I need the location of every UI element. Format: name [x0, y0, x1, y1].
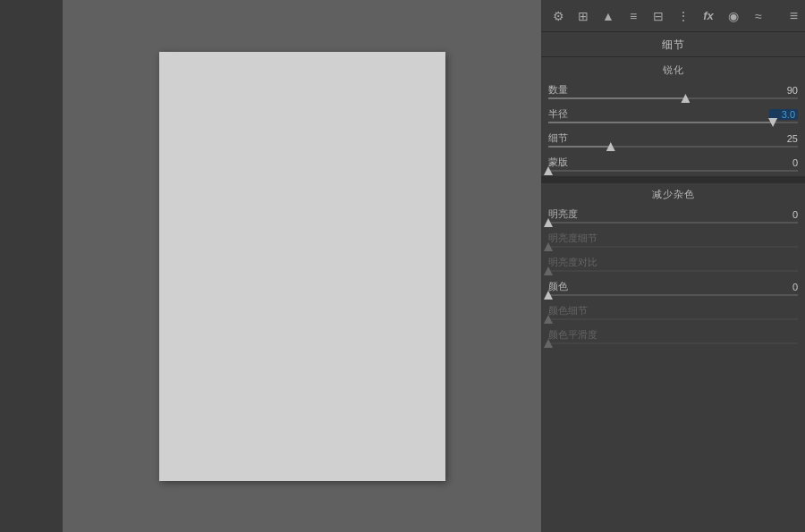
detail-label: 细节 — [548, 131, 769, 145]
sliders-icon[interactable]: ≈ — [749, 6, 768, 26]
color-track[interactable] — [548, 294, 798, 296]
section-gap — [541, 176, 805, 183]
luminance-detail-label: 明亮度细节 — [548, 232, 798, 245]
camera-icon[interactable]: ◉ — [724, 6, 743, 26]
color-smoothness-slider-row — [541, 342, 805, 349]
luminance-slider-row — [541, 221, 805, 228]
luminance-contrast-slider-row — [541, 269, 805, 276]
sharpness-amount-slider-row — [541, 97, 805, 104]
mountain-icon[interactable]: ▲ — [598, 6, 618, 26]
canvas-page — [159, 52, 445, 481]
histogram-icon[interactable]: ⋮ — [674, 6, 693, 26]
radius-value[interactable]: 3.0 — [769, 109, 798, 120]
left-sidebar — [0, 0, 63, 532]
luminance-detail-row: 明亮度细节 — [541, 228, 805, 245]
luminance-contrast-label: 明亮度对比 — [548, 256, 798, 269]
mask-track[interactable] — [548, 170, 798, 172]
radius-slider-row — [541, 121, 805, 128]
split-icon[interactable]: ⊟ — [648, 6, 668, 26]
radius-row: 半径 3.0 — [541, 104, 805, 121]
radius-track[interactable] — [548, 122, 798, 123]
luminance-label: 明亮度 — [548, 207, 769, 221]
main-title: 细节 — [541, 32, 805, 56]
color-detail-track — [548, 318, 798, 320]
grid-icon[interactable]: ⊞ — [573, 6, 593, 26]
color-detail-slider-row — [541, 317, 805, 325]
sharpness-amount-label: 数量 — [548, 83, 769, 97]
luminance-track[interactable] — [548, 222, 798, 224]
color-smoothness-label: 颜色平滑度 — [548, 328, 798, 342]
color-smoothness-track — [548, 342, 798, 344]
luminance-value[interactable]: 0 — [769, 209, 798, 220]
noise-reduction-title: 减少杂色 — [541, 183, 805, 204]
sharpening-title: 锐化 — [541, 59, 805, 80]
color-row: 颜色 0 — [541, 276, 805, 293]
mask-value[interactable]: 0 — [769, 157, 798, 168]
title-divider — [541, 56, 805, 57]
detail-slider-row — [541, 145, 805, 152]
luminance-detail-track — [548, 246, 798, 248]
luminance-detail-slider-row — [541, 245, 805, 252]
detail-value[interactable]: 25 — [769, 133, 798, 144]
panel-toolbar: ⚙ ⊞ ▲ ≡ ⊟ ⋮ fx ◉ ≈ ≡ — [541, 0, 805, 32]
detail-row: 细节 25 — [541, 128, 805, 145]
fx-icon[interactable]: fx — [699, 6, 718, 26]
color-detail-label: 颜色细节 — [548, 304, 798, 317]
mask-slider-row — [541, 169, 805, 176]
color-smoothness-row: 颜色平滑度 — [541, 325, 805, 342]
detail-track[interactable] — [548, 146, 798, 148]
radius-label: 半径 — [548, 107, 769, 121]
layers-icon[interactable]: ≡ — [623, 6, 643, 26]
luminance-contrast-row: 明亮度对比 — [541, 252, 805, 269]
luminance-contrast-track — [548, 270, 798, 272]
mask-row: 蒙版 0 — [541, 152, 805, 169]
color-slider-row — [541, 293, 805, 300]
gear-icon[interactable]: ⚙ — [548, 6, 568, 26]
color-detail-row: 颜色细节 — [541, 300, 805, 317]
color-label: 颜色 — [548, 280, 769, 293]
sharpness-amount-track[interactable] — [548, 97, 798, 99]
sharpness-amount-value[interactable]: 90 — [769, 85, 798, 96]
panel-menu-icon[interactable]: ≡ — [790, 8, 798, 24]
canvas-area — [63, 0, 541, 532]
mask-label: 蒙版 — [548, 156, 769, 169]
right-panel: ⚙ ⊞ ▲ ≡ ⊟ ⋮ fx ◉ ≈ ≡ 细节 锐化 数量 90 半径 — [541, 0, 805, 532]
sharpness-amount-row: 数量 90 — [541, 80, 805, 97]
color-value[interactable]: 0 — [769, 282, 798, 292]
luminance-row: 明亮度 0 — [541, 204, 805, 221]
panel-content: 细节 锐化 数量 90 半径 3.0 细节 — [541, 32, 805, 532]
